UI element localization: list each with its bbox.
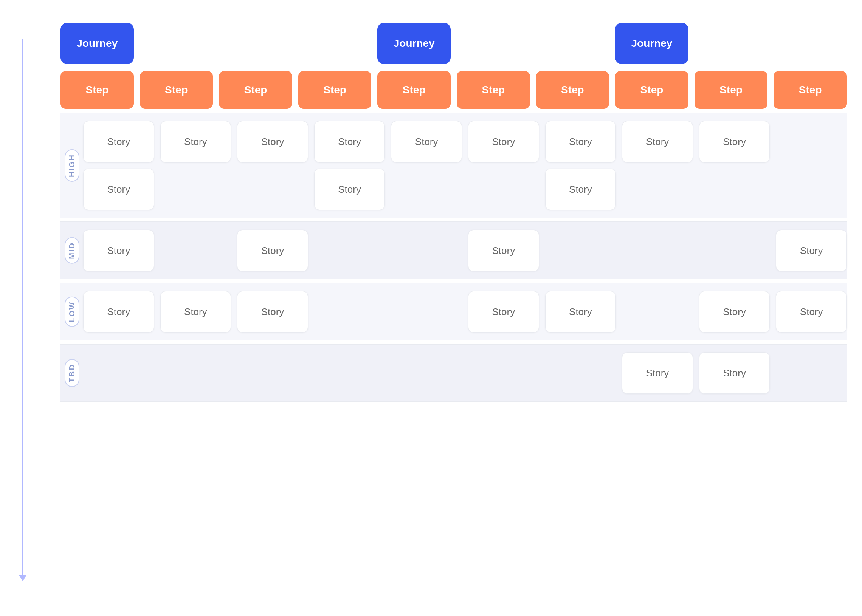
story-card-mid-0-8[interactable]	[699, 230, 770, 271]
story-card-high-1-2[interactable]	[237, 168, 308, 210]
story-card-low-0-8[interactable]: Story	[699, 291, 770, 333]
story-card-tbd-0-8[interactable]: Story	[699, 352, 770, 394]
section-label-low: LOW	[64, 297, 79, 327]
story-card-high-1-0[interactable]: Story	[83, 168, 154, 210]
step-card-3[interactable]: Step	[298, 71, 372, 109]
section-high: HIGHStoryStoryStoryStoryStoryStoryStoryS…	[60, 113, 847, 218]
story-card-tbd-0-1[interactable]	[160, 352, 231, 394]
section-label-high: HIGH	[64, 149, 79, 182]
section-label-mid: MID	[64, 237, 79, 264]
stories-row-tbd-0: StoryStory	[83, 352, 847, 394]
story-card-high-1-5[interactable]	[468, 168, 539, 210]
story-card-low-0-6[interactable]: Story	[545, 291, 616, 333]
story-card-tbd-0-3[interactable]	[314, 352, 385, 394]
story-card-high-0-7[interactable]: Story	[622, 121, 693, 162]
priority-axis	[0, 15, 46, 601]
journey-card-3[interactable]	[298, 23, 372, 64]
story-card-low-0-1[interactable]: Story	[160, 291, 231, 333]
journey-card-1[interactable]	[140, 23, 213, 64]
story-card-high-1-1[interactable]	[160, 168, 231, 210]
journey-card-6[interactable]	[536, 23, 609, 64]
stories-row-mid-0: StoryStoryStoryStory	[83, 230, 847, 271]
story-card-tbd-0-2[interactable]	[237, 352, 308, 394]
section-label-tbd: TBD	[64, 359, 79, 387]
section-tbd: TBDStoryStory	[60, 344, 847, 402]
stories-row-high-1: StoryStoryStory	[83, 168, 847, 210]
story-card-mid-0-6[interactable]	[545, 230, 616, 271]
sections-container: HIGHStoryStoryStoryStoryStoryStoryStoryS…	[60, 109, 847, 402]
story-card-tbd-0-4[interactable]	[391, 352, 462, 394]
step-card-9[interactable]: Step	[774, 71, 847, 109]
step-card-5[interactable]: Step	[457, 71, 530, 109]
story-card-mid-0-1[interactable]	[160, 230, 231, 271]
section-label-area-low: LOW	[60, 283, 83, 340]
story-card-low-0-3[interactable]	[314, 291, 385, 333]
story-card-tbd-0-9[interactable]	[776, 352, 847, 394]
journey-card-4[interactable]: Journey	[377, 23, 451, 64]
story-card-mid-0-5[interactable]: Story	[468, 230, 539, 271]
story-card-high-0-2[interactable]: Story	[237, 121, 308, 162]
axis-line	[22, 39, 24, 576]
story-card-high-0-9[interactable]	[776, 121, 847, 162]
step-card-1[interactable]: Step	[140, 71, 213, 109]
story-card-high-0-5[interactable]: Story	[468, 121, 539, 162]
step-card-8[interactable]: Step	[695, 71, 768, 109]
story-card-high-1-7[interactable]	[622, 168, 693, 210]
journey-card-2[interactable]	[219, 23, 292, 64]
story-card-high-0-8[interactable]: Story	[699, 121, 770, 162]
story-card-low-0-0[interactable]: Story	[83, 291, 154, 333]
journey-card-7[interactable]: Journey	[615, 23, 689, 64]
story-card-high-0-0[interactable]: Story	[83, 121, 154, 162]
story-card-high-1-8[interactable]	[699, 168, 770, 210]
story-card-tbd-0-7[interactable]: Story	[622, 352, 693, 394]
story-card-mid-0-9[interactable]: Story	[776, 230, 847, 271]
story-card-mid-0-4[interactable]	[391, 230, 462, 271]
section-label-area-high: HIGH	[60, 113, 83, 218]
section-stories-low: StoryStoryStoryStoryStoryStoryStory	[83, 283, 847, 340]
section-stories-mid: StoryStoryStoryStory	[83, 222, 847, 279]
story-card-high-1-4[interactable]	[391, 168, 462, 210]
story-card-mid-0-2[interactable]: Story	[237, 230, 308, 271]
journey-card-9[interactable]	[774, 23, 847, 64]
story-card-high-1-9[interactable]	[776, 168, 847, 210]
section-stories-tbd: StoryStory	[83, 345, 847, 401]
story-card-high-1-3[interactable]: Story	[314, 168, 385, 210]
story-card-mid-0-7[interactable]	[622, 230, 693, 271]
section-label-area-mid: MID	[60, 222, 83, 279]
story-card-low-0-2[interactable]: Story	[237, 291, 308, 333]
story-card-high-0-6[interactable]: Story	[545, 121, 616, 162]
story-card-tbd-0-0[interactable]	[83, 352, 154, 394]
step-card-4[interactable]: Step	[377, 71, 451, 109]
main-container: JourneyJourneyJourney StepStepStepStepSt…	[0, 0, 862, 616]
step-card-7[interactable]: Step	[615, 71, 689, 109]
story-card-low-0-9[interactable]: Story	[776, 291, 847, 333]
stories-row-low-0: StoryStoryStoryStoryStoryStoryStory	[83, 291, 847, 333]
section-stories-high: StoryStoryStoryStoryStoryStoryStoryStory…	[83, 113, 847, 218]
axis-arrow	[19, 575, 27, 581]
journey-card-8[interactable]	[695, 23, 768, 64]
story-card-mid-0-3[interactable]	[314, 230, 385, 271]
story-card-tbd-0-5[interactable]	[468, 352, 539, 394]
section-low: LOWStoryStoryStoryStoryStoryStoryStory	[60, 283, 847, 340]
story-card-high-1-6[interactable]: Story	[545, 168, 616, 210]
story-card-low-0-7[interactable]	[622, 291, 693, 333]
section-label-area-tbd: TBD	[60, 345, 83, 401]
story-card-high-0-1[interactable]: Story	[160, 121, 231, 162]
step-row: StepStepStepStepStepStepStepStepStepStep	[60, 71, 847, 109]
journey-row: JourneyJourneyJourney	[60, 15, 847, 68]
step-card-6[interactable]: Step	[536, 71, 609, 109]
grid-area: JourneyJourneyJourney StepStepStepStepSt…	[46, 15, 862, 601]
section-mid: MIDStoryStoryStoryStory	[60, 222, 847, 279]
story-card-tbd-0-6[interactable]	[545, 352, 616, 394]
story-card-low-0-5[interactable]: Story	[468, 291, 539, 333]
axis-line-container	[19, 39, 27, 581]
journey-card-0[interactable]: Journey	[60, 23, 134, 64]
stories-row-high-0: StoryStoryStoryStoryStoryStoryStoryStory…	[83, 121, 847, 162]
story-card-high-0-4[interactable]: Story	[391, 121, 462, 162]
journey-card-5[interactable]	[457, 23, 530, 64]
story-card-low-0-4[interactable]	[391, 291, 462, 333]
step-card-2[interactable]: Step	[219, 71, 292, 109]
story-card-high-0-3[interactable]: Story	[314, 121, 385, 162]
story-card-mid-0-0[interactable]: Story	[83, 230, 154, 271]
step-card-0[interactable]: Step	[60, 71, 134, 109]
